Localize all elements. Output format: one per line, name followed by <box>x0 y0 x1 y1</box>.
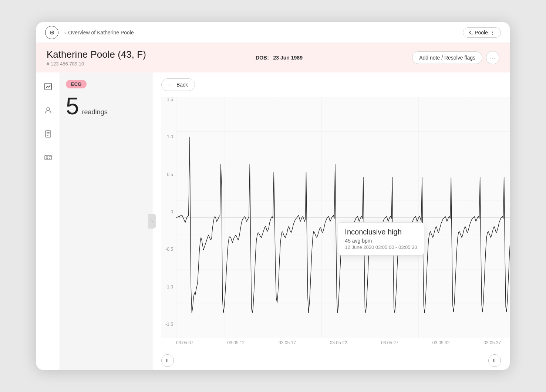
y-label-n0.5: -0.5 <box>165 247 173 252</box>
svg-point-7 <box>46 157 48 159</box>
patient-dob: DOB: 23 Jun 1989 <box>256 55 303 61</box>
chart-footer <box>152 351 510 370</box>
readings-number: 5 <box>66 94 79 118</box>
sidebar-icons <box>36 72 60 370</box>
y-label-1.5: 1.5 <box>167 97 173 102</box>
playback-left-button[interactable] <box>161 354 174 367</box>
patient-header-right: Add note / Resolve flags ··· <box>412 51 499 64</box>
user-badge[interactable]: K. Poole ⋮ <box>463 27 501 38</box>
back-arrow-icon: ← <box>168 82 173 88</box>
readings-label: readings <box>82 108 108 116</box>
ecg-chart-svg <box>176 97 510 338</box>
top-nav: ⊕ ‹ Overview of Katherine Poole K. Poole… <box>36 22 510 43</box>
x-label-4: 03:05:27 <box>381 340 398 345</box>
dob-label: DOB: <box>256 55 269 61</box>
user-badge-label: K. Poole <box>468 30 488 36</box>
y-label-0: 0 <box>171 209 173 214</box>
chart-area: 1.5 1.0 0.5 0 -0.5 -1.0 -1.5 <box>152 97 510 351</box>
y-axis: 1.5 1.0 0.5 0 -0.5 -1.0 -1.5 <box>161 97 176 327</box>
top-nav-left: ⊕ ‹ Overview of Katherine Poole <box>45 26 134 39</box>
x-label-5: 03:05:32 <box>432 340 450 345</box>
y-label-n1.5: -1.5 <box>165 322 173 327</box>
x-label-2: 03:05:17 <box>279 340 296 345</box>
add-note-button[interactable]: Add note / Resolve flags <box>412 51 482 64</box>
patient-id: # 123 456 789 10 <box>47 61 146 67</box>
x-label-1: 03:05:12 <box>228 340 245 345</box>
main-content: ECG 5 readings › ← Back 1.5 <box>36 72 510 370</box>
x-label-6: 03:05:37 <box>483 340 501 345</box>
collapse-handle[interactable]: › <box>148 214 156 229</box>
x-label-3: 03:05:22 <box>330 340 347 345</box>
playback-right-button[interactable] <box>488 354 501 367</box>
back-chevron-icon: ‹ <box>64 30 66 35</box>
app-frame: ⊕ ‹ Overview of Katherine Poole K. Poole… <box>36 22 510 370</box>
y-label-n1.0: -1.0 <box>165 284 173 290</box>
sidebar-item-person[interactable] <box>41 104 55 117</box>
back-nav-label: Overview of Katherine Poole <box>68 30 134 36</box>
chart-container: 1.5 1.0 0.5 0 -0.5 -1.0 -1.5 <box>161 97 501 338</box>
y-label-0.5: 0.5 <box>167 172 173 177</box>
left-panel: ECG 5 readings › <box>60 72 152 370</box>
patient-name: Katherine Poole (43, F) <box>47 49 146 60</box>
x-label-0: 03:05:07 <box>176 340 193 345</box>
patient-more-button[interactable]: ··· <box>486 51 499 64</box>
user-more-icon: ⋮ <box>490 30 495 36</box>
app-logo: ⊕ <box>45 26 58 39</box>
ecg-badge: ECG <box>66 80 87 88</box>
right-content: ← Back 1.5 1.0 0.5 0 -0.5 -1.0 -1.5 <box>152 72 510 370</box>
dob-value: 23 Jun 1989 <box>273 55 303 61</box>
patient-info: Katherine Poole (43, F) # 123 456 789 10 <box>47 49 146 67</box>
sidebar-item-id[interactable] <box>41 151 55 164</box>
chart-back-button[interactable]: ← Back <box>161 78 195 91</box>
sidebar-item-chart[interactable] <box>41 80 55 93</box>
patient-header: Katherine Poole (43, F) # 123 456 789 10… <box>36 43 510 72</box>
y-label-1.0: 1.0 <box>167 134 173 139</box>
back-btn-label: Back <box>176 82 188 88</box>
svg-point-1 <box>47 108 50 111</box>
readings-count: 5 readings <box>66 94 146 118</box>
back-nav-link[interactable]: ‹ Overview of Katherine Poole <box>64 30 134 36</box>
chart-toolbar: ← Back <box>152 72 510 97</box>
x-axis: 03:05:07 03:05:12 03:05:17 03:05:22 03:0… <box>161 338 501 345</box>
sidebar-item-notes[interactable] <box>41 127 55 141</box>
